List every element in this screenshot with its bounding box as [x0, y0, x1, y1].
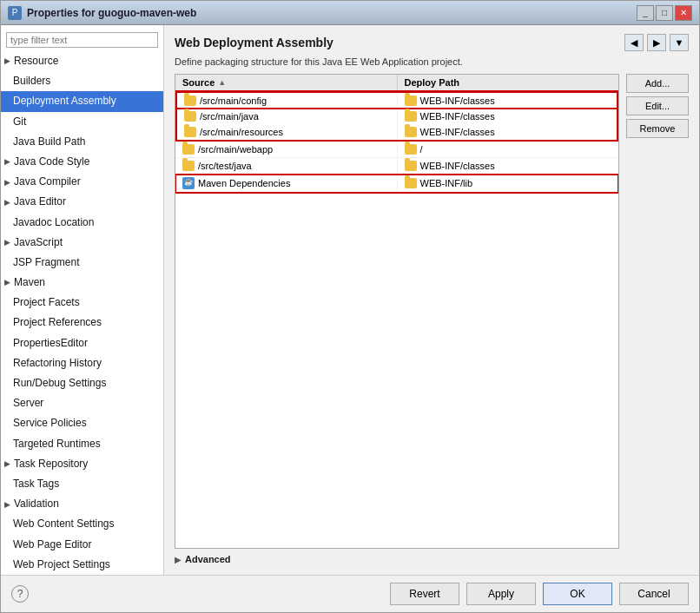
revert-button[interactable]: Revert — [390, 583, 459, 605]
sidebar-item-builders[interactable]: Builders — [1, 71, 163, 91]
edit-button[interactable]: Edit... — [626, 96, 689, 115]
table-row[interactable]: /src/main/javaWEB-INF/classes — [175, 109, 618, 124]
panel-toolbar: ◀ ▶ ▼ — [624, 34, 689, 51]
maximize-button[interactable]: □ — [656, 5, 673, 21]
table-row[interactable]: Maven DependenciesWEB-INF/lib — [175, 175, 618, 193]
advanced-section[interactable]: ▶ Advanced — [175, 549, 689, 566]
sidebar-item-project-references[interactable]: Project References — [1, 313, 163, 333]
apply-button[interactable]: Apply — [466, 583, 536, 605]
advanced-label: Advanced — [185, 554, 231, 564]
cell-deploy-path: WEB-INF/classes — [398, 124, 617, 140]
sidebar-item-label: Javadoc Location — [13, 214, 94, 231]
remove-button[interactable]: Remove — [626, 119, 689, 138]
sidebar-item-task-repository[interactable]: ▶Task Repository — [1, 454, 163, 474]
sidebar-item-label: Builders — [13, 73, 50, 89]
sidebar-item-label: Java Code Style — [14, 154, 89, 170]
sidebar-item-label: Server — [13, 395, 43, 412]
dialog-window: P Properties for guoguo-maven-web _ □ ✕ … — [0, 0, 700, 613]
cell-deploy-path: WEB-INF/classes — [398, 93, 617, 109]
sidebar-item-label: Resource — [14, 53, 58, 69]
sidebar-item-run-debug-settings[interactable]: Run/Debug Settings — [1, 373, 163, 393]
source-text: /src/main/config — [200, 96, 267, 106]
sidebar-item-label: Task Tags — [13, 476, 59, 492]
sidebar-item-web-project-settings[interactable]: Web Project Settings — [1, 555, 163, 575]
toolbar-dropdown-button[interactable]: ▼ — [670, 34, 689, 51]
sidebar-item-javadoc-location[interactable]: Javadoc Location — [1, 213, 163, 233]
table-body: /src/main/configWEB-INF/classes/src/main… — [175, 91, 618, 548]
sidebar-item-label: Targeted Runtimes — [13, 436, 101, 452]
sidebar-item-label: Java Compiler — [14, 174, 81, 190]
source-text: /src/main/resources — [200, 127, 283, 137]
folder-icon — [405, 161, 417, 171]
add-button[interactable]: Add... — [626, 74, 689, 93]
expand-arrow-icon: ▶ — [4, 55, 10, 67]
dialog-content: ▶ResourceBuildersDeployment AssemblyGitJ… — [1, 25, 699, 575]
sidebar-item-javascript[interactable]: ▶JavaScript — [1, 233, 163, 253]
sidebar-item-java-editor[interactable]: ▶Java Editor — [1, 192, 163, 212]
sidebar-item-task-tags[interactable]: Task Tags — [1, 474, 163, 494]
table-and-buttons: Source ▲ Deploy Path /src/main/configWEB… — [175, 74, 689, 549]
ok-button[interactable]: OK — [543, 583, 612, 605]
sort-icon: ▲ — [218, 78, 226, 87]
sidebar-item-label: Project Facets — [13, 294, 80, 311]
source-text: /src/main/java — [200, 111, 259, 122]
sidebar-item-label: Java Editor — [14, 194, 66, 210]
side-buttons: Add... Edit... Remove — [626, 74, 689, 549]
sidebar-item-service-policies[interactable]: Service Policies — [1, 413, 163, 433]
folder-icon — [405, 144, 417, 155]
folder-icon — [405, 96, 417, 106]
toolbar-back-button[interactable]: ◀ — [624, 34, 644, 51]
sidebar-item-label: Refactoring History — [13, 355, 102, 372]
folder-icon — [184, 127, 196, 137]
sidebar-item-refactoring-history[interactable]: Refactoring History — [1, 353, 163, 373]
sidebar-item-label: PropertiesEditor — [13, 335, 88, 352]
sidebar-item-server[interactable]: Server — [1, 393, 163, 413]
table-row[interactable]: /src/main/webapp/ — [175, 142, 618, 158]
sidebar-item-java-code-style[interactable]: ▶Java Code Style — [1, 152, 163, 172]
expand-arrow-icon: ▶ — [4, 458, 10, 470]
deploy-path-text: WEB-INF/classes — [420, 127, 495, 137]
panel-header: Web Deployment Assembly ◀ ▶ ▼ — [175, 34, 689, 51]
sidebar-item-label: Maven — [14, 274, 45, 291]
filter-input[interactable] — [6, 32, 158, 48]
sidebar-item-label: Project References — [13, 314, 102, 331]
toolbar-forward-button[interactable]: ▶ — [647, 34, 666, 51]
expand-arrow-icon: ▶ — [4, 176, 10, 188]
sidebar-item-deployment-assembly[interactable]: Deployment Assembly — [1, 91, 163, 111]
sidebar-item-targeted-runtimes[interactable]: Targeted Runtimes — [1, 434, 163, 454]
sidebar-item-project-facets[interactable]: Project Facets — [1, 293, 163, 313]
cell-deploy-path: / — [398, 142, 619, 157]
sidebar-item-web-content-settings[interactable]: Web Content Settings — [1, 514, 163, 534]
sidebar-item-propertieseditor[interactable]: PropertiesEditor — [1, 333, 163, 353]
sidebar-item-web-page-editor[interactable]: Web Page Editor — [1, 535, 163, 555]
folder-icon — [182, 161, 195, 171]
close-button[interactable]: ✕ — [675, 5, 692, 21]
title-bar: P Properties for guoguo-maven-web _ □ ✕ — [1, 1, 699, 25]
sidebar-item-jsp-fragment[interactable]: JSP Fragment — [1, 253, 163, 273]
table-row[interactable]: /src/test/javaWEB-INF/classes — [175, 158, 618, 175]
sidebar-item-resource[interactable]: ▶Resource — [1, 51, 163, 71]
cancel-button[interactable]: Cancel — [619, 583, 689, 605]
sidebar-item-validation[interactable]: ▶Validation — [1, 494, 163, 514]
sidebar-item-maven[interactable]: ▶Maven — [1, 273, 163, 293]
table-header: Source ▲ Deploy Path — [175, 75, 618, 91]
window-icon: P — [8, 6, 22, 20]
folder-icon — [405, 111, 417, 122]
minimize-button[interactable]: _ — [637, 5, 654, 21]
sidebar-item-label: Deployment Assembly — [13, 93, 116, 109]
table-row[interactable]: /src/main/resourcesWEB-INF/classes — [175, 124, 618, 142]
sidebar-item-java-build-path[interactable]: Java Build Path — [1, 132, 163, 152]
table-row[interactable]: /src/main/configWEB-INF/classes — [175, 91, 618, 109]
cell-source: /src/main/webapp — [175, 142, 398, 157]
expand-arrow-icon: ▶ — [4, 276, 10, 288]
deploy-path-text: WEB-INF/classes — [420, 111, 495, 122]
sidebar-item-label: Web Page Editor — [13, 537, 92, 553]
sidebar-item-label: Web Project Settings — [13, 557, 110, 573]
panel-description: Define packaging structure for this Java… — [175, 56, 689, 67]
sidebar-item-git[interactable]: Git — [1, 112, 163, 132]
expand-arrow-icon: ▶ — [4, 155, 10, 168]
source-text: /src/main/webapp — [198, 144, 273, 155]
table-container: Source ▲ Deploy Path /src/main/configWEB… — [175, 74, 619, 549]
sidebar-item-java-compiler[interactable]: ▶Java Compiler — [1, 172, 163, 192]
help-button[interactable]: ? — [11, 585, 29, 603]
